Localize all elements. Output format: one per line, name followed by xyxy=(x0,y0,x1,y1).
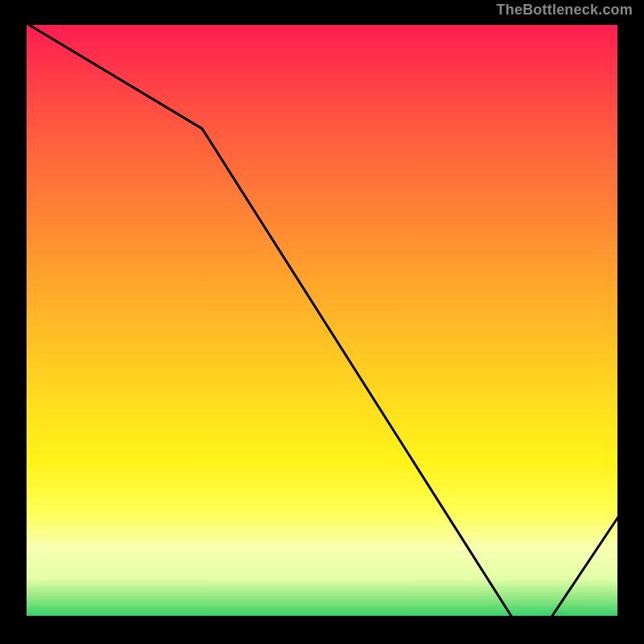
bottleneck-line xyxy=(23,21,621,620)
chart-container: TheBottleneck.com xyxy=(0,0,644,644)
attribution-label: TheBottleneck.com xyxy=(497,2,633,19)
chart-line-layer xyxy=(23,21,621,620)
